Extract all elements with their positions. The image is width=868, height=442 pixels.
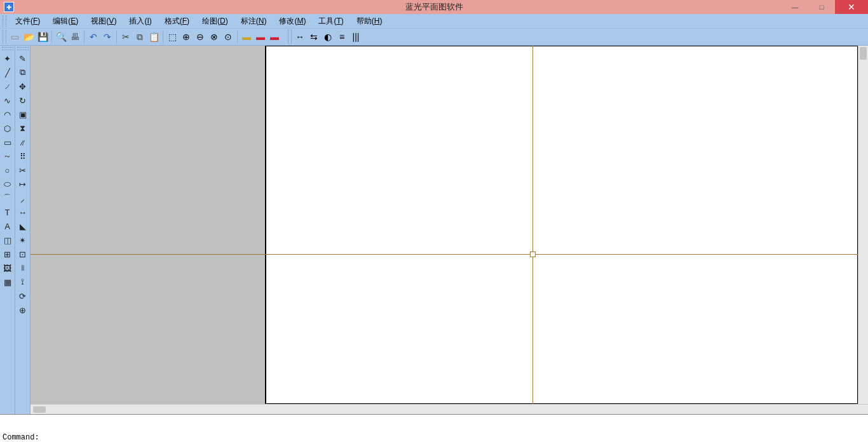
drawing-canvas[interactable] (31, 46, 858, 404)
image-icon[interactable]: 🖼 (1, 262, 14, 274)
trim-icon[interactable]: ✂ (17, 164, 29, 177)
hatch-icon[interactable]: ▦ (1, 276, 14, 288)
command-area[interactable]: Command: Regenerating model. (0, 414, 868, 442)
circle-icon[interactable]: ○ (1, 164, 14, 177)
menu-e[interactable]: 编辑(E) (46, 15, 85, 28)
spline-icon[interactable]: ～ (1, 150, 14, 163)
side-grip (2, 47, 13, 50)
cursor-pickbox (530, 251, 536, 257)
open-icon[interactable]: 📂 (22, 30, 36, 44)
draw-toolbar: ✦╱⟋∿◠⬡▭～○⬭⌒TA◫⊞🖼▦ (0, 46, 15, 414)
scroll-thumb[interactable] (33, 406, 46, 413)
dim-cols-icon[interactable]: ||| (349, 30, 363, 44)
arc-icon[interactable]: ◠ (1, 108, 14, 121)
vertical-scrollbar[interactable] (858, 46, 868, 404)
menu-t[interactable]: 工具(T) (312, 15, 349, 28)
menu-i[interactable]: 插入(I) (123, 15, 158, 28)
command-line: Command: (3, 433, 865, 442)
crosshair-horizontal (31, 254, 858, 255)
fillet-icon[interactable]: ⌒ (1, 192, 14, 204)
group-icon[interactable]: ⊡ (17, 248, 29, 260)
preview-icon[interactable]: 🔍 (54, 30, 68, 44)
window-controls: — □ ✕ (782, 0, 868, 14)
break-icon[interactable]: ⸝ (17, 192, 29, 204)
modify-toolbar: ✎⧉✥↻▣⧗⫽⠿✂↦⸝↔◣✴⊡⫴⟟⟳⊕ (15, 46, 31, 414)
erase-icon[interactable]: ✎ (17, 52, 29, 65)
save-icon[interactable]: 💾 (36, 30, 50, 44)
menu-n[interactable]: 标注(N) (234, 15, 273, 28)
explode-icon[interactable]: ✴ (17, 234, 29, 246)
chamfer-icon[interactable]: ◣ (17, 220, 29, 232)
layer2-icon[interactable]: ▬ (254, 30, 268, 44)
mtext-icon[interactable]: A (1, 220, 14, 232)
copy-obj-icon[interactable]: ⧉ (17, 66, 29, 79)
refresh-icon[interactable]: ⟳ (17, 290, 29, 302)
snap-icon[interactable]: ✦ (1, 52, 14, 65)
zoom-out-icon[interactable]: ⊖ (193, 30, 207, 44)
canvas-wrap (31, 46, 868, 414)
toolbar-separator (84, 30, 85, 43)
menu-d[interactable]: 绘图(D) (196, 15, 234, 28)
paper-margin (31, 46, 266, 404)
titlebar: 蓝光平面图软件 — □ ✕ (0, 0, 868, 14)
rotate-icon[interactable]: ↻ (17, 94, 29, 107)
paper-border (266, 46, 858, 404)
zoom-window-icon[interactable]: ⊙ (221, 30, 235, 44)
app-title: 蓝光平面图软件 (405, 1, 463, 13)
align-icon[interactable]: ⫴ (17, 262, 29, 274)
menu-f[interactable]: 格式(F) (158, 15, 196, 28)
dim-aligned-icon[interactable]: ⇆ (307, 30, 321, 44)
toolbar-separator (237, 30, 238, 43)
cut-icon[interactable]: ✂ (119, 30, 133, 44)
move-icon[interactable]: ✥ (17, 80, 29, 93)
copy-icon[interactable]: ⧉ (133, 30, 147, 44)
menu-m[interactable]: 修改(M) (273, 15, 312, 28)
toolbar-separator (116, 30, 117, 43)
measure-icon[interactable]: ⟟ (17, 276, 29, 288)
mirror-icon[interactable]: ⧗ (17, 122, 29, 135)
ellipse-icon[interactable]: ⬭ (1, 178, 14, 191)
text-icon[interactable]: T (1, 206, 14, 218)
dim-linear-icon[interactable]: ↔ (293, 30, 307, 44)
main-area: ✦╱⟋∿◠⬡▭～○⬭⌒TA◫⊞🖼▦ ✎⧉✥↻▣⧗⫽⠿✂↦⸝↔◣✴⊡⫴⟟⟳⊕ (0, 46, 868, 414)
zoom-extent-icon[interactable]: ⊗ (207, 30, 221, 44)
menu-v[interactable]: 视图(V) (85, 15, 123, 28)
scale-icon[interactable]: ▣ (17, 108, 29, 121)
minimize-button[interactable]: — (782, 0, 808, 14)
line-icon[interactable]: ╱ (1, 66, 14, 79)
layer3-icon[interactable]: ▬ (268, 30, 281, 44)
dim-angle-icon[interactable]: ≡ (335, 30, 349, 44)
undo-icon[interactable]: ↶ (86, 30, 100, 44)
select-icon[interactable]: ⬚ (165, 30, 179, 44)
array-icon[interactable]: ⠿ (17, 150, 29, 163)
layer1-icon[interactable]: ▬ (240, 30, 254, 44)
close-button[interactable]: ✕ (835, 0, 868, 14)
horizontal-scrollbar[interactable] (31, 404, 868, 414)
extend-icon[interactable]: ↦ (17, 178, 29, 191)
insert-icon[interactable]: ⊞ (1, 248, 14, 260)
pline-icon[interactable]: ∿ (1, 94, 14, 107)
new-icon[interactable]: ▭ (8, 30, 22, 44)
ray-icon[interactable]: ⟋ (1, 80, 14, 93)
toolbar-grip (3, 30, 6, 44)
add-tool-icon[interactable]: ⊕ (17, 304, 29, 316)
zoom-in-icon[interactable]: ⊕ (179, 30, 193, 44)
rect-icon[interactable]: ▭ (1, 136, 14, 149)
redo-icon[interactable]: ↷ (100, 30, 114, 44)
side-grip (17, 47, 29, 50)
toolbar-separator (51, 30, 52, 43)
scroll-thumb[interactable] (860, 47, 867, 60)
menu-h[interactable]: 帮助(H) (350, 15, 389, 28)
menu-f[interactable]: 文件(F) (9, 15, 46, 28)
app-icon (4, 2, 14, 12)
maximize-button[interactable]: □ (808, 0, 835, 14)
offset-icon[interactable]: ⫽ (17, 136, 29, 149)
print-icon[interactable]: 🖶 (68, 30, 82, 44)
block-icon[interactable]: ◫ (1, 234, 14, 246)
polygon-icon[interactable]: ⬡ (1, 122, 14, 135)
menubar: 文件(F)编辑(E)视图(V)插入(I)格式(F)绘图(D)标注(N)修改(M)… (0, 14, 868, 28)
dim-radius-icon[interactable]: ◐ (321, 30, 335, 44)
stretch-icon[interactable]: ↔ (17, 206, 29, 218)
menubar-grip (3, 15, 6, 27)
paste-icon[interactable]: 📋 (147, 30, 161, 44)
